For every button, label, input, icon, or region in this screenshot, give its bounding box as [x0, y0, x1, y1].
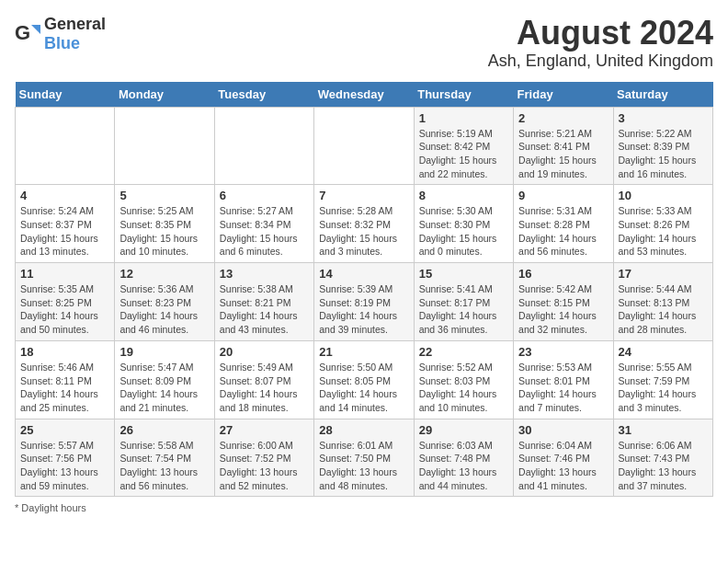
day-cell: 29Sunrise: 6:03 AMSunset: 7:48 PMDayligh… — [414, 419, 513, 497]
day-number: 28 — [319, 423, 408, 437]
day-cell — [115, 107, 214, 185]
day-info: Sunrise: 5:44 AMSunset: 8:13 PMDaylight:… — [619, 282, 708, 337]
day-number: 21 — [319, 345, 408, 359]
day-info: Sunrise: 5:36 AMSunset: 8:23 PMDaylight:… — [119, 282, 209, 337]
day-number: 29 — [419, 423, 508, 437]
day-info: Sunrise: 5:19 AMSunset: 8:42 PMDaylight:… — [419, 127, 508, 181]
day-number: 1 — [419, 111, 508, 125]
day-cell: 21Sunrise: 5:50 AMSunset: 8:05 PMDayligh… — [314, 340, 414, 419]
day-cell — [16, 107, 115, 185]
day-cell — [314, 107, 414, 185]
day-cell: 12Sunrise: 5:36 AMSunset: 8:23 PMDayligh… — [115, 263, 214, 341]
day-number: 10 — [619, 189, 708, 202]
svg-marker-1 — [31, 25, 40, 34]
day-info: Sunrise: 5:25 AMSunset: 8:35 PMDaylight:… — [119, 204, 209, 259]
day-cell: 19Sunrise: 5:47 AMSunset: 8:09 PMDayligh… — [115, 340, 214, 419]
day-number: 17 — [619, 267, 708, 281]
day-info: Sunrise: 5:55 AMSunset: 7:59 PMDaylight:… — [619, 361, 708, 415]
day-cell: 22Sunrise: 5:52 AMSunset: 8:03 PMDayligh… — [414, 340, 513, 419]
day-info: Sunrise: 5:35 AMSunset: 8:25 PMDaylight:… — [20, 282, 109, 337]
day-info: Sunrise: 5:30 AMSunset: 8:30 PMDaylight:… — [419, 204, 508, 259]
day-number: 24 — [619, 345, 708, 359]
page-title: August 2024 — [488, 15, 713, 52]
day-info: Sunrise: 5:42 AMSunset: 8:15 PMDaylight:… — [518, 282, 608, 337]
day-info: Sunrise: 5:31 AMSunset: 8:28 PMDaylight:… — [518, 204, 608, 259]
day-cell: 24Sunrise: 5:55 AMSunset: 7:59 PMDayligh… — [613, 340, 712, 419]
day-info: Sunrise: 6:06 AMSunset: 7:43 PMDaylight:… — [619, 439, 708, 493]
day-number: 19 — [119, 345, 209, 359]
day-cell: 5Sunrise: 5:25 AMSunset: 8:35 PMDaylight… — [115, 185, 214, 263]
day-cell: 17Sunrise: 5:44 AMSunset: 8:13 PMDayligh… — [613, 263, 712, 341]
day-number: 5 — [119, 189, 209, 202]
day-cell: 31Sunrise: 6:06 AMSunset: 7:43 PMDayligh… — [613, 419, 712, 497]
day-number: 8 — [419, 189, 508, 202]
day-number: 9 — [518, 189, 608, 202]
header-cell-thursday: Thursday — [414, 82, 513, 108]
day-number: 15 — [419, 267, 508, 281]
day-number: 16 — [518, 267, 608, 281]
week-row-2: 4Sunrise: 5:24 AMSunset: 8:37 PMDaylight… — [16, 185, 713, 263]
header-cell-tuesday: Tuesday — [214, 82, 313, 108]
day-info: Sunrise: 6:04 AMSunset: 7:46 PMDaylight:… — [518, 439, 608, 493]
week-row-5: 25Sunrise: 5:57 AMSunset: 7:56 PMDayligh… — [16, 419, 713, 497]
footer-note: * Daylight hours — [15, 502, 713, 513]
logo-icon: G — [15, 21, 40, 47]
day-cell — [214, 107, 313, 185]
day-info: Sunrise: 5:33 AMSunset: 8:26 PMDaylight:… — [619, 204, 708, 259]
day-info: Sunrise: 5:39 AMSunset: 8:19 PMDaylight:… — [319, 282, 408, 337]
svg-text:G: G — [15, 21, 30, 44]
day-number: 4 — [20, 189, 109, 202]
day-info: Sunrise: 5:38 AMSunset: 8:21 PMDaylight:… — [220, 282, 309, 337]
day-info: Sunrise: 5:21 AMSunset: 8:41 PMDaylight:… — [518, 127, 608, 181]
day-info: Sunrise: 5:57 AMSunset: 7:56 PMDaylight:… — [20, 439, 109, 493]
day-cell: 25Sunrise: 5:57 AMSunset: 7:56 PMDayligh… — [16, 419, 115, 497]
logo: G General Blue — [15, 15, 106, 53]
calendar-table: SundayMondayTuesdayWednesdayThursdayFrid… — [15, 82, 713, 498]
day-cell: 30Sunrise: 6:04 AMSunset: 7:46 PMDayligh… — [514, 419, 613, 497]
day-cell: 13Sunrise: 5:38 AMSunset: 8:21 PMDayligh… — [214, 263, 313, 341]
day-cell: 20Sunrise: 5:49 AMSunset: 8:07 PMDayligh… — [214, 340, 313, 419]
day-info: Sunrise: 5:53 AMSunset: 8:01 PMDaylight:… — [518, 361, 608, 415]
day-cell: 18Sunrise: 5:46 AMSunset: 8:11 PMDayligh… — [16, 340, 115, 419]
day-number: 11 — [20, 267, 109, 281]
page-subtitle: Ash, England, United Kingdom — [488, 52, 713, 71]
day-cell: 8Sunrise: 5:30 AMSunset: 8:30 PMDaylight… — [414, 185, 513, 263]
day-number: 13 — [220, 267, 309, 281]
day-info: Sunrise: 5:52 AMSunset: 8:03 PMDaylight:… — [419, 361, 508, 415]
day-cell: 26Sunrise: 5:58 AMSunset: 7:54 PMDayligh… — [115, 419, 214, 497]
day-cell: 28Sunrise: 6:01 AMSunset: 7:50 PMDayligh… — [314, 419, 414, 497]
day-info: Sunrise: 5:28 AMSunset: 8:32 PMDaylight:… — [319, 204, 408, 259]
calendar-body: 1Sunrise: 5:19 AMSunset: 8:42 PMDaylight… — [16, 107, 713, 497]
day-number: 2 — [518, 111, 608, 125]
day-cell: 14Sunrise: 5:39 AMSunset: 8:19 PMDayligh… — [314, 263, 414, 341]
day-cell: 16Sunrise: 5:42 AMSunset: 8:15 PMDayligh… — [514, 263, 613, 341]
logo-blue: Blue — [44, 34, 80, 52]
day-number: 30 — [518, 423, 608, 437]
day-info: Sunrise: 6:00 AMSunset: 7:52 PMDaylight:… — [220, 439, 309, 493]
day-cell: 3Sunrise: 5:22 AMSunset: 8:39 PMDaylight… — [613, 107, 712, 185]
header-cell-saturday: Saturday — [613, 82, 712, 108]
day-cell: 15Sunrise: 5:41 AMSunset: 8:17 PMDayligh… — [414, 263, 513, 341]
day-info: Sunrise: 5:50 AMSunset: 8:05 PMDaylight:… — [319, 361, 408, 415]
day-number: 7 — [319, 189, 408, 202]
day-number: 14 — [319, 267, 408, 281]
header-cell-friday: Friday — [514, 82, 613, 108]
day-number: 3 — [619, 111, 708, 125]
day-number: 12 — [119, 267, 209, 281]
page-header: G General Blue August 2024 Ash, England,… — [15, 15, 713, 71]
day-number: 20 — [220, 345, 309, 359]
day-cell: 6Sunrise: 5:27 AMSunset: 8:34 PMDaylight… — [214, 185, 313, 263]
footer-text: Daylight hours — [21, 502, 85, 513]
day-number: 6 — [220, 189, 309, 202]
week-row-3: 11Sunrise: 5:35 AMSunset: 8:25 PMDayligh… — [16, 263, 713, 341]
day-info: Sunrise: 5:22 AMSunset: 8:39 PMDaylight:… — [619, 127, 708, 181]
day-cell: 1Sunrise: 5:19 AMSunset: 8:42 PMDaylight… — [414, 107, 513, 185]
day-number: 25 — [20, 423, 109, 437]
day-cell: 4Sunrise: 5:24 AMSunset: 8:37 PMDaylight… — [16, 185, 115, 263]
day-info: Sunrise: 5:41 AMSunset: 8:17 PMDaylight:… — [419, 282, 508, 337]
day-number: 22 — [419, 345, 508, 359]
day-cell: 27Sunrise: 6:00 AMSunset: 7:52 PMDayligh… — [214, 419, 313, 497]
week-row-1: 1Sunrise: 5:19 AMSunset: 8:42 PMDaylight… — [16, 107, 713, 185]
day-info: Sunrise: 5:47 AMSunset: 8:09 PMDaylight:… — [119, 361, 209, 415]
calendar-header: SundayMondayTuesdayWednesdayThursdayFrid… — [16, 82, 713, 108]
